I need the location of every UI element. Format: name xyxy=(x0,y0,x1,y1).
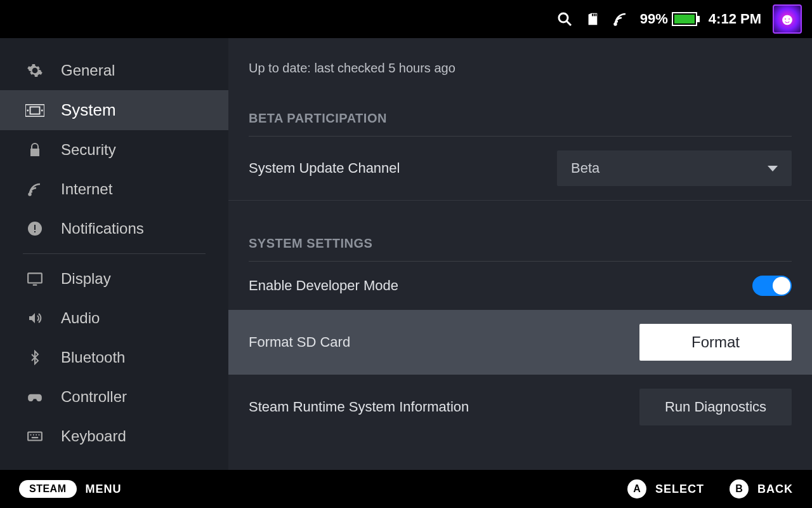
sidebar-item-audio[interactable]: Audio xyxy=(0,298,228,338)
update-channel-row: System Update Channel Beta xyxy=(228,137,812,201)
svg-point-8 xyxy=(27,109,29,111)
menu-label: MENU xyxy=(86,483,122,496)
battery-status: 99% xyxy=(640,11,697,27)
svg-rect-3 xyxy=(594,14,595,17)
back-label: BACK xyxy=(757,483,793,496)
update-channel-dropdown[interactable]: Beta xyxy=(557,150,792,186)
clock: 4:12 PM xyxy=(709,11,761,27)
update-status: Up to date: last checked 5 hours ago xyxy=(228,38,812,76)
sidebar-item-label: Security xyxy=(61,141,116,159)
svg-point-10 xyxy=(29,194,31,196)
sidebar-item-internet[interactable]: Internet xyxy=(0,170,228,209)
sidebar-divider xyxy=(23,253,206,254)
battery-pct: 99% xyxy=(640,11,668,27)
controller-icon xyxy=(25,387,44,406)
sidebar-item-label: Controller xyxy=(61,388,127,406)
svg-rect-14 xyxy=(28,273,42,283)
sidebar-item-label: Internet xyxy=(61,180,112,198)
sidebar-item-label: System xyxy=(61,100,116,120)
sidebar-item-label: Keyboard xyxy=(61,427,126,445)
dev-mode-toggle[interactable] xyxy=(752,276,792,296)
bluetooth-icon xyxy=(25,348,44,367)
bottom-bar: STEAM MENU A SELECT B BACK xyxy=(0,470,812,508)
device-icon xyxy=(25,101,44,120)
alert-icon xyxy=(25,219,44,238)
sidebar-item-label: Bluetooth xyxy=(61,349,125,366)
sd-card-icon[interactable] xyxy=(584,11,601,27)
sidebar-item-system[interactable]: System xyxy=(0,90,228,130)
wifi-icon[interactable] xyxy=(612,11,629,27)
svg-line-1 xyxy=(566,21,571,25)
avatar[interactable]: ☻ xyxy=(773,4,802,34)
format-sd-row[interactable]: Format SD Card Format xyxy=(228,310,812,375)
format-button[interactable]: Format xyxy=(639,324,792,361)
svg-point-5 xyxy=(614,23,616,25)
top-bar: 99% 4:12 PM ☻ xyxy=(0,0,812,38)
dev-mode-label: Enable Developer Mode xyxy=(249,277,398,294)
sidebar-item-label: Notifications xyxy=(61,220,144,237)
sidebar-item-label: Audio xyxy=(61,309,100,327)
dev-mode-row: Enable Developer Mode xyxy=(228,262,812,310)
steam-button[interactable]: STEAM xyxy=(19,480,77,498)
display-icon xyxy=(25,269,44,288)
svg-rect-4 xyxy=(595,14,596,17)
sidebar-item-display[interactable]: Display xyxy=(0,259,228,298)
system-settings-header: SYSTEM SETTINGS xyxy=(228,201,812,256)
sidebar-item-notifications[interactable]: Notifications xyxy=(0,209,228,248)
svg-rect-7 xyxy=(30,107,40,114)
diagnostics-button[interactable]: Run Diagnostics xyxy=(639,389,792,425)
dropdown-value: Beta xyxy=(571,160,599,177)
sidebar-item-general[interactable]: General xyxy=(0,51,228,90)
sidebar-item-bluetooth[interactable]: Bluetooth xyxy=(0,338,228,377)
sidebar-item-label: General xyxy=(61,62,115,79)
format-sd-label: Format SD Card xyxy=(249,334,350,351)
update-channel-label: System Update Channel xyxy=(249,160,400,177)
sidebar-item-label: Display xyxy=(61,270,111,288)
runtime-info-row: Steam Runtime System Information Run Dia… xyxy=(228,375,812,439)
keyboard-icon xyxy=(25,427,44,446)
svg-point-0 xyxy=(559,13,568,22)
chevron-down-icon xyxy=(768,166,778,171)
lock-icon xyxy=(25,140,44,159)
beta-participation-header: BETA PARTICIPATION xyxy=(228,76,812,131)
a-button-icon: A xyxy=(627,479,646,498)
battery-icon xyxy=(672,12,697,26)
svg-rect-12 xyxy=(34,225,36,230)
runtime-info-label: Steam Runtime System Information xyxy=(249,399,469,415)
sidebar-item-keyboard[interactable]: Keyboard xyxy=(0,417,228,456)
svg-rect-15 xyxy=(33,284,37,286)
sidebar-item-controller[interactable]: Controller xyxy=(0,377,228,417)
b-button-icon: B xyxy=(730,479,749,498)
content-panel: Up to date: last checked 5 hours ago BET… xyxy=(228,38,812,470)
audio-icon xyxy=(25,309,44,328)
svg-rect-13 xyxy=(34,231,36,232)
select-label: SELECT xyxy=(655,483,704,496)
sidebar-item-security[interactable]: Security xyxy=(0,130,228,170)
svg-point-9 xyxy=(41,109,43,111)
svg-rect-16 xyxy=(28,432,42,441)
search-icon[interactable] xyxy=(556,11,573,27)
svg-rect-2 xyxy=(592,14,593,17)
gear-icon xyxy=(25,61,44,80)
signal-icon xyxy=(25,180,44,199)
sidebar: General System Security Internet Notific… xyxy=(0,38,228,470)
